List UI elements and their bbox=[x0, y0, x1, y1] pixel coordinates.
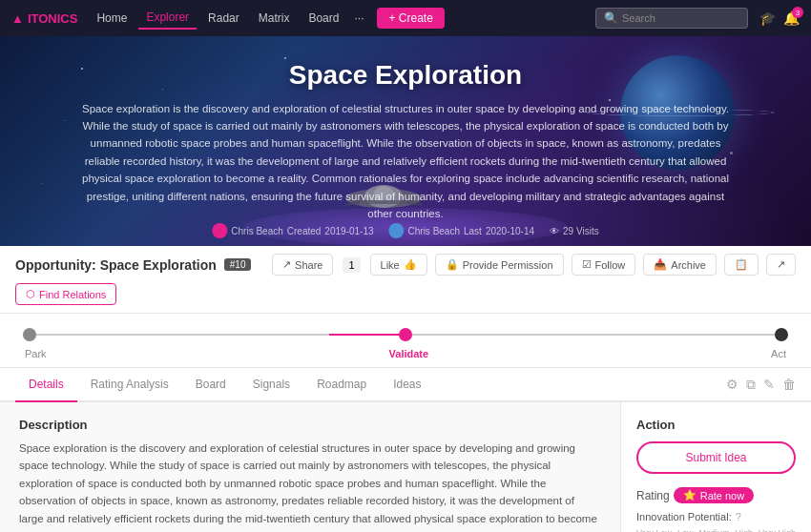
description-text: Space exploration is the discovery and e… bbox=[19, 440, 601, 532]
export-button[interactable]: ↗ bbox=[766, 254, 796, 276]
hero-title: Space Exploration bbox=[81, 60, 730, 91]
share-icon: ↗ bbox=[282, 258, 291, 271]
nav-more[interactable]: ··· bbox=[350, 8, 367, 29]
nav-matrix[interactable]: Matrix bbox=[251, 8, 298, 29]
main-panel: Description Space exploration is the dis… bbox=[0, 402, 620, 532]
slider-label-medium: Medium bbox=[698, 528, 729, 532]
nav-explorer[interactable]: Explorer bbox=[138, 7, 197, 30]
slider-label-low: Low bbox=[677, 528, 694, 532]
edit-tab-icon[interactable]: ✎ bbox=[763, 377, 775, 392]
notification-icon[interactable]: 🔔 3 bbox=[783, 10, 800, 26]
find-relations-button[interactable]: ⬡ Find Relations bbox=[15, 283, 116, 305]
slider-label-high: High bbox=[735, 528, 753, 532]
workflow-bar: Park Validate Act bbox=[0, 314, 811, 368]
tab-board[interactable]: Board bbox=[182, 368, 239, 402]
archive-button[interactable]: 📥 Archive bbox=[643, 254, 717, 276]
nav-radar[interactable]: Radar bbox=[200, 8, 247, 29]
workflow-labels: Park Validate Act bbox=[23, 348, 788, 359]
submit-idea-button[interactable]: Submit Idea bbox=[636, 441, 796, 474]
rating-section: Rating ⭐ Rate now Innovation Potential: … bbox=[636, 487, 796, 532]
copy-button[interactable]: 📋 bbox=[724, 254, 759, 276]
graduation-icon[interactable]: 🎓 bbox=[759, 10, 776, 26]
eye-icon: 👁 bbox=[550, 226, 559, 236]
editor-avatar bbox=[389, 223, 405, 238]
tab-rating-analysis[interactable]: Rating Analysis bbox=[77, 368, 182, 402]
slider-container: Very Low Low Medium High Very High bbox=[636, 528, 796, 532]
rate-now-button[interactable]: ⭐ Rate now bbox=[674, 487, 754, 503]
hero-meta-last: Chris Beach Last 2020-10-14 bbox=[389, 223, 535, 238]
logo: ▲ ITONICS bbox=[11, 11, 77, 26]
tabs-bar: Details Rating Analysis Board Signals Ro… bbox=[0, 368, 811, 402]
hero-content: Space Exploration Space exploration is t… bbox=[24, 60, 787, 223]
help-icon[interactable]: ? bbox=[736, 511, 741, 522]
workflow-step-validate[interactable] bbox=[399, 328, 412, 341]
like-icon: 👍 bbox=[404, 258, 417, 271]
slider-label-very-low: Very Low bbox=[636, 528, 672, 532]
navbar: ▲ ITONICS Home Explorer Radar Matrix Boa… bbox=[0, 0, 811, 36]
hero-description: Space exploration is the discovery and e… bbox=[81, 100, 730, 223]
star-icon: ⭐ bbox=[683, 489, 697, 501]
like-button[interactable]: Like 👍 bbox=[370, 254, 427, 276]
workflow-step-park[interactable] bbox=[23, 328, 36, 341]
hero-meta-visits: 👁 29 Visits bbox=[550, 223, 599, 238]
action-bar: Opportunity: Space Exploration #10 ↗ Sha… bbox=[0, 246, 811, 314]
item-title: Opportunity: Space Exploration bbox=[15, 257, 217, 273]
like-count: 1 bbox=[343, 257, 360, 273]
description-title: Description bbox=[19, 418, 601, 432]
workflow-label-act: Act bbox=[771, 348, 786, 359]
follow-icon: ☑ bbox=[582, 258, 592, 271]
innovation-label: Innovation Potential: ? bbox=[636, 511, 796, 522]
search-icon: 🔍 bbox=[604, 11, 618, 25]
delete-tab-icon[interactable]: 🗑 bbox=[782, 377, 796, 392]
hero-section: Space Exploration Space exploration is t… bbox=[0, 36, 811, 246]
copy-icon: 📋 bbox=[735, 258, 748, 271]
tab-ideas[interactable]: Ideas bbox=[380, 368, 434, 402]
tab-details[interactable]: Details bbox=[15, 368, 77, 402]
notification-badge: 3 bbox=[792, 7, 803, 18]
tabs-actions: ⚙ ⧉ ✎ 🗑 bbox=[726, 377, 796, 393]
settings-icon[interactable]: ⚙ bbox=[726, 377, 738, 392]
creator-avatar bbox=[212, 223, 227, 238]
lock-icon: 🔒 bbox=[446, 258, 459, 271]
workflow-step-act[interactable] bbox=[775, 328, 788, 341]
nav-board[interactable]: Board bbox=[301, 8, 346, 29]
nav-icon-group: 🎓 🔔 3 bbox=[759, 10, 800, 26]
archive-icon: 📥 bbox=[654, 258, 667, 271]
export-icon: ↗ bbox=[777, 258, 785, 271]
logo-icon: ▲ bbox=[11, 11, 24, 26]
workflow-track bbox=[23, 325, 788, 344]
action-title: Action bbox=[636, 418, 796, 432]
slider-label-very-high: Very High bbox=[759, 528, 796, 532]
workflow-label-park: Park bbox=[25, 348, 47, 359]
share-button[interactable]: ↗ Share bbox=[272, 254, 333, 276]
item-badge: #10 bbox=[224, 258, 252, 271]
rating-label: Rating ⭐ Rate now bbox=[636, 487, 796, 503]
search-bar[interactable]: 🔍 Search bbox=[595, 8, 748, 29]
slider-labels: Very Low Low Medium High Very High bbox=[636, 528, 796, 532]
hero-meta-creator: Chris Beach Created 2019-01-13 bbox=[212, 223, 373, 238]
tab-signals[interactable]: Signals bbox=[239, 368, 303, 402]
relation-icon: ⬡ bbox=[26, 288, 35, 300]
tab-roadmap[interactable]: Roadmap bbox=[303, 368, 380, 402]
hero-meta: Chris Beach Created 2019-01-13 Chris Bea… bbox=[212, 223, 598, 238]
permission-button[interactable]: 🔒 Provide Permission bbox=[435, 254, 564, 276]
side-panel: Action Submit Idea Rating ⭐ Rate now Inn… bbox=[620, 402, 811, 532]
nav-home[interactable]: Home bbox=[89, 8, 135, 29]
create-button[interactable]: + Create bbox=[377, 8, 444, 29]
content-area: Description Space exploration is the dis… bbox=[0, 402, 811, 532]
copy-tab-icon[interactable]: ⧉ bbox=[746, 377, 756, 393]
follow-button[interactable]: ☑ Follow bbox=[572, 254, 636, 276]
workflow-label-validate: Validate bbox=[389, 348, 429, 359]
